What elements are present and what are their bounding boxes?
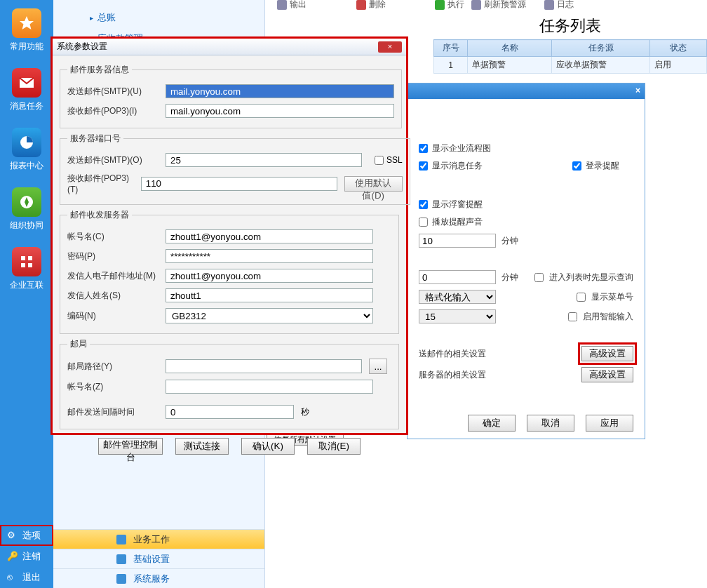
chk-label: 显示浮窗提醒 xyxy=(432,199,483,211)
format-select[interactable]: 格式化输入 xyxy=(419,290,496,304)
sidebar-item-common[interactable]: 常用功能 xyxy=(0,0,53,60)
ssl-label: SSL xyxy=(386,155,403,165)
interval-spin-1[interactable] xyxy=(419,234,496,248)
mail-console-button[interactable]: 邮件管理控制台 xyxy=(98,438,163,455)
apply-button[interactable]: 应用 xyxy=(586,415,633,432)
task-list-panel: 任务列表 序号 名称 任务源 状态 1 单据预警 应收单据预警 启用 xyxy=(433,11,707,74)
chk-label: 登录提醒 xyxy=(586,160,619,172)
refresh-icon xyxy=(471,0,481,10)
chk-play-sound[interactable] xyxy=(419,218,428,227)
logout-button[interactable]: 🔑 注销 xyxy=(0,546,53,567)
chk-label: 播放提醒声音 xyxy=(432,216,483,228)
post-account-input[interactable] xyxy=(166,380,373,394)
group-port: 服务器端口号 发送邮件(SMTP)(O) SSL 接收邮件(POP3)(T) 使… xyxy=(60,133,410,205)
toolbar-label: 删除 xyxy=(369,0,386,11)
post-path-label: 邮局路径(Y) xyxy=(67,361,159,373)
exit-button[interactable]: ⎋ 退出 xyxy=(0,567,53,588)
accordion-settings[interactable]: 基础设置 xyxy=(53,549,264,568)
col-source[interactable]: 任务源 xyxy=(552,40,650,57)
chk-login-remind[interactable] xyxy=(572,161,581,171)
system-params-dialog: 系统参数设置 × 邮件服务器信息 发送邮件(SMTP)(U) 接收邮件(POP3… xyxy=(50,36,408,435)
interval-input[interactable] xyxy=(166,405,294,419)
smtp-label: 发送邮件(SMTP)(U) xyxy=(67,86,159,98)
pie-chart-icon xyxy=(12,128,41,157)
post-path-input[interactable] xyxy=(166,359,362,373)
account-label: 帐号名(C) xyxy=(67,231,159,243)
value-select-15[interactable]: 15 xyxy=(419,309,496,323)
interval-spin-2[interactable] xyxy=(419,270,496,284)
pop3-input[interactable] xyxy=(166,104,394,118)
export-icon xyxy=(277,0,287,10)
grid-icon xyxy=(12,247,41,276)
sidebar-item-org[interactable]: 组织协同 xyxy=(0,179,53,239)
dialog-titlebar[interactable]: 系统参数设置 × xyxy=(53,39,406,55)
col-status[interactable]: 状态 xyxy=(650,40,707,57)
compass-icon xyxy=(12,187,41,217)
toolbar-label: 日志 xyxy=(557,0,574,11)
interval-label: 邮件发送间隔时间 xyxy=(67,406,159,418)
ok-button[interactable]: 确定 xyxy=(468,415,516,432)
cancel-button[interactable]: 取消(E) xyxy=(307,438,361,455)
sender-name-label: 发信人姓名(S) xyxy=(67,290,159,302)
toolbar-delete[interactable]: 删除 xyxy=(356,0,386,11)
password-input[interactable] xyxy=(166,249,373,263)
group-title: 邮局 xyxy=(67,338,90,350)
toolbar-refresh[interactable]: 刷新预警源 xyxy=(471,0,526,11)
table-header-row: 序号 名称 任务源 状态 xyxy=(434,40,707,57)
chk-smart-input[interactable] xyxy=(568,312,577,321)
sender-name-input[interactable] xyxy=(166,288,373,302)
chk-show-msg[interactable] xyxy=(419,161,428,171)
cancel-button[interactable]: 取消 xyxy=(527,415,574,432)
col-seq[interactable]: 序号 xyxy=(434,40,468,57)
chk-show-menuno[interactable] xyxy=(577,293,586,302)
smtp-port-input[interactable] xyxy=(166,153,362,167)
options-button[interactable]: ⚙ 选项 xyxy=(0,525,53,546)
unit-sec: 秒 xyxy=(301,406,309,418)
service-icon xyxy=(116,574,126,584)
confirm-button[interactable]: 确认(K) xyxy=(241,438,295,455)
log-icon xyxy=(544,0,554,10)
chk-show-flow[interactable] xyxy=(419,144,428,153)
play-icon xyxy=(435,0,445,10)
smtp-input[interactable] xyxy=(166,84,394,98)
col-name[interactable]: 名称 xyxy=(468,40,552,57)
subpanel-close-button[interactable]: × xyxy=(635,86,640,95)
unit-label: 分钟 xyxy=(501,235,518,247)
advanced-settings-button-mail[interactable]: 高级设置 xyxy=(581,346,633,361)
default-values-button[interactable]: 使用默认值(D) xyxy=(344,176,403,192)
envelope-icon xyxy=(12,68,41,98)
ssl-checkbox[interactable] xyxy=(375,156,384,165)
chk-label: 显示菜单号 xyxy=(591,291,633,303)
pop3-port-input[interactable] xyxy=(141,177,337,191)
mail-hint-label: 送邮件的相关设置 xyxy=(419,348,486,360)
toolbar-label: 执行 xyxy=(447,0,464,11)
chk-enter-query[interactable] xyxy=(534,273,544,282)
tree-node-general-ledger[interactable]: ▸ 总账 xyxy=(73,7,264,28)
group-title: 邮件收发服务器 xyxy=(67,209,132,221)
dialog-body: 邮件服务器信息 发送邮件(SMTP)(U) 接收邮件(POP3)(I) 服务器端… xyxy=(53,55,406,462)
task-list-title: 任务列表 xyxy=(433,11,707,39)
dialog-close-button[interactable]: × xyxy=(378,41,402,53)
svg-marker-0 xyxy=(20,16,34,29)
chk-show-float[interactable] xyxy=(419,200,428,209)
accordion-system[interactable]: 系统服务 xyxy=(53,568,264,588)
toolbar-run[interactable]: 执行 xyxy=(435,0,464,11)
svg-rect-6 xyxy=(28,256,32,260)
toolbar-output[interactable]: 输出 xyxy=(277,0,307,11)
encoding-select[interactable]: GB2312 xyxy=(166,308,373,323)
test-connection-button[interactable]: 测试连接 xyxy=(175,438,229,455)
advanced-settings-button-server[interactable]: 高级设置 xyxy=(581,367,633,382)
gear-icon xyxy=(116,554,126,564)
cell-status: 启用 xyxy=(650,57,707,74)
toolbar-log[interactable]: 日志 xyxy=(544,0,574,11)
sidebar-item-enterprise[interactable]: 企业互联 xyxy=(0,239,53,298)
toolbar-label: 刷新预警源 xyxy=(484,0,526,11)
sender-mail-input[interactable] xyxy=(166,269,373,283)
sidebar-item-report[interactable]: 报表中心 xyxy=(0,119,53,179)
sidebar-label: 报表中心 xyxy=(0,160,53,172)
accordion-business[interactable]: 业务工作 xyxy=(53,529,264,549)
sidebar-item-message[interactable]: 消息任务 xyxy=(0,60,53,119)
browse-button[interactable]: ... xyxy=(369,359,387,374)
account-input[interactable] xyxy=(166,229,373,243)
table-row[interactable]: 1 单据预警 应收单据预警 启用 xyxy=(434,57,707,74)
